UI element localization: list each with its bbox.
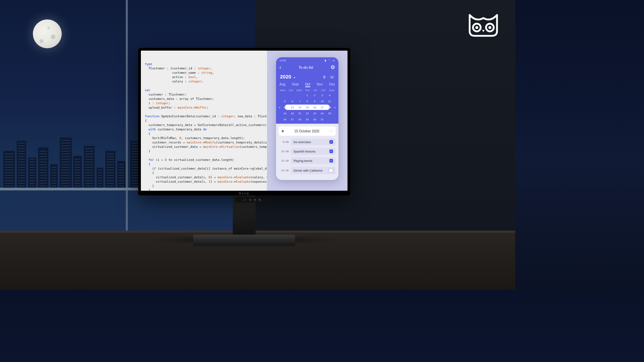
month-tab[interactable]: Sept	[292, 82, 299, 87]
calendar-day[interactable]: 7	[297, 100, 303, 103]
prev-week-icon[interactable]: ◂	[278, 106, 281, 109]
month-tab[interactable]: Aug	[279, 82, 285, 87]
calendar-row: 1234	[278, 92, 336, 98]
task-label: Do exercises	[293, 140, 311, 144]
calendar-day[interactable]: 8	[304, 100, 311, 103]
calendar-day[interactable]: 19	[281, 112, 288, 115]
task-item[interactable]: Spanish lessons✓	[291, 148, 336, 155]
next-week-icon[interactable]: ▸	[334, 106, 336, 109]
monitor: type TCustomer : {customer_id : integer,…	[138, 48, 350, 195]
task-checkbox[interactable]: ✓	[329, 149, 333, 153]
battery-icon: ▭	[332, 59, 335, 62]
calendar-day[interactable]: 3	[319, 94, 326, 97]
calendar-day[interactable]: 27	[289, 118, 296, 121]
calendar-day[interactable]: 18	[326, 106, 333, 109]
monitor-stand-base	[193, 235, 295, 246]
phone-header: ‹ To-do list ⚙	[276, 63, 338, 72]
calendar-row: ◂12131415161718▸	[278, 104, 336, 110]
phone-title: To-do list	[299, 65, 313, 69]
code-block: type TCustomer : {customer_id : integer,…	[145, 62, 264, 191]
task-time: 9: 00	[279, 140, 289, 143]
task-time: 21: 00	[279, 169, 289, 172]
svg-point-2	[475, 26, 478, 29]
calendar-day[interactable]: 20	[289, 112, 296, 115]
calendar-day[interactable]: 15	[304, 106, 311, 109]
task-checkbox[interactable]	[329, 168, 333, 173]
status-time: 12:35	[279, 59, 286, 62]
calendar-day[interactable]: 23	[311, 112, 318, 115]
calendar-day[interactable]: 14	[297, 106, 303, 109]
calendar-grid: 1234567891011◂12131415161718▸19202122232…	[276, 92, 338, 124]
gear-icon[interactable]: ⚙	[330, 64, 335, 70]
month-row: AugSeptOctNovDec	[276, 81, 338, 89]
phone-mockup: 12:35 ▮ ⌃ ▭ ‹ To-do list ⚙ 2020 ▾	[276, 57, 338, 180]
calendar-row: 19202122232425	[278, 110, 336, 116]
wifi-icon: ⌃	[328, 59, 330, 62]
task-label: Dinner with Catherine	[293, 169, 323, 172]
bell-icon[interactable]: ☏	[330, 75, 334, 79]
calendar-day[interactable]: 11	[326, 100, 333, 103]
calendar-day[interactable]: 2	[311, 94, 318, 97]
task-item[interactable]: Playing tennis✓	[291, 157, 336, 164]
calendar-day[interactable]: 6	[289, 100, 296, 103]
task-row: 9: 00Do exercises✓	[279, 138, 336, 145]
chevron-down-icon[interactable]: ▾	[294, 76, 295, 79]
task-row: 21: 00Dinner with Catherine	[279, 167, 336, 174]
back-icon[interactable]: ‹	[279, 64, 281, 70]
calendar-day[interactable]: 9	[311, 100, 318, 103]
calendar-day[interactable]: 30	[311, 118, 318, 121]
task-date-title: 15 October 2020	[294, 129, 319, 133]
phone-status-bar: 12:35 ▮ ⌃ ▭	[276, 57, 338, 63]
dow-label: SAT	[320, 89, 327, 92]
code-icon: </>	[243, 198, 247, 201]
month-tab[interactable]: Dec	[329, 82, 335, 87]
calendar-day[interactable]: 17	[319, 106, 326, 109]
calendar-day[interactable]: 12	[281, 106, 288, 109]
dow-label: TUE	[287, 89, 294, 92]
svg-point-3	[488, 26, 491, 29]
monitor-brand: BenQ	[138, 192, 350, 195]
day-of-week-row: MONTUEWEDTHUFRISATSUN	[276, 89, 338, 92]
owl-logo	[465, 12, 502, 40]
calendar-day[interactable]: 31	[319, 118, 326, 121]
phone-preview-pane: 12:35 ▮ ⌃ ▭ ‹ To-do list ⚙ 2020 ▾	[267, 51, 347, 191]
moon-graphic	[33, 19, 62, 48]
task-item[interactable]: Do exercises✓	[291, 138, 336, 145]
dow-label: THU	[304, 89, 311, 92]
task-date-header: + 15 October 2020 ⋮	[279, 126, 336, 136]
calendar-row: 567891011	[278, 98, 336, 104]
calendar-day[interactable]: 5	[281, 100, 288, 103]
add-icon[interactable]: +	[281, 128, 284, 134]
month-tab[interactable]: Oct	[305, 82, 311, 87]
calendar-day[interactable]: 29	[304, 118, 311, 121]
task-time: 21: 00	[279, 159, 289, 162]
screen: type TCustomer : {customer_id : integer,…	[141, 51, 347, 191]
more-icon[interactable]: ⋮	[329, 129, 333, 133]
dow-label: SUN	[328, 89, 335, 92]
calendar-day[interactable]: 24	[319, 112, 326, 115]
calendar-day[interactable]: 13	[289, 106, 296, 109]
calendar-day[interactable]: 26	[281, 118, 288, 121]
calendar-day[interactable]: 21	[297, 112, 303, 115]
task-label: Playing tennis	[293, 159, 312, 163]
task-label: Spanish lessons	[293, 150, 316, 153]
task-row: 21: 00Spanish lessons✓	[279, 148, 336, 155]
task-time: 21: 00	[279, 150, 289, 153]
calendar-day[interactable]: 1	[304, 94, 311, 97]
calendar-day[interactable]: 22	[304, 112, 311, 115]
task-checkbox[interactable]: ✓	[329, 159, 333, 163]
task-item[interactable]: Dinner with Catherine	[291, 167, 336, 174]
signal-icon: ▮	[325, 59, 326, 62]
calendar-day[interactable]: 16	[311, 106, 318, 109]
code-editor-pane: type TCustomer : {customer_id : integer,…	[141, 51, 267, 191]
month-tab[interactable]: Nov	[317, 82, 323, 87]
calendar-day[interactable]: 25	[326, 112, 333, 115]
calendar-day[interactable]: 10	[319, 100, 326, 103]
calendar-day[interactable]: 4	[326, 94, 333, 97]
year-label[interactable]: 2020	[280, 74, 291, 79]
search-icon[interactable]: ⚲	[323, 75, 326, 79]
task-panel: + 15 October 2020 ⋮ 9: 00Do exercises✓21…	[276, 124, 338, 180]
task-checkbox[interactable]: ✓	[329, 140, 333, 144]
calendar-day[interactable]: 28	[297, 118, 303, 121]
calendar-row: 262728293031	[278, 116, 336, 122]
